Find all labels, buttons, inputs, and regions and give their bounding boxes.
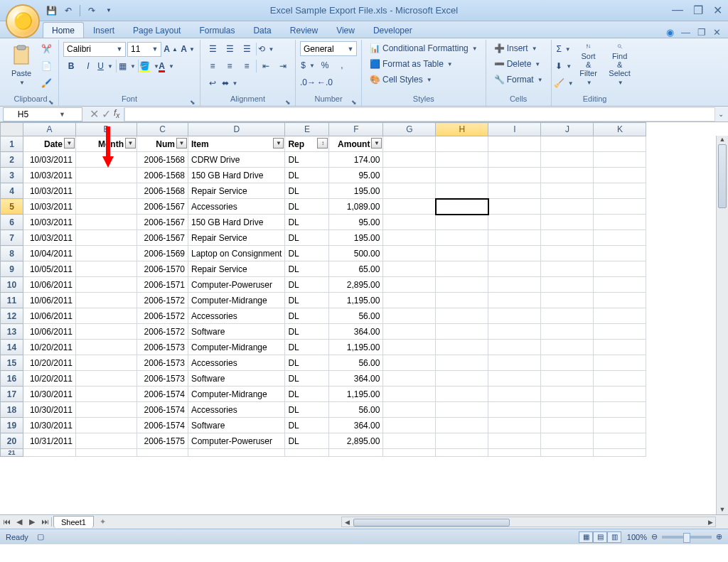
cell-K20[interactable] <box>594 433 646 449</box>
cell-K19[interactable] <box>594 418 646 433</box>
sheet-tab[interactable]: Sheet1 <box>53 516 94 528</box>
cell-D3[interactable]: 150 GB Hard Drive <box>188 168 285 183</box>
cell-J6[interactable] <box>541 215 594 230</box>
macro-record-icon[interactable]: ▢ <box>37 532 44 541</box>
cell-I16[interactable] <box>488 371 541 387</box>
cell-D16[interactable]: Software <box>188 371 285 387</box>
column-header-I[interactable]: I <box>488 123 541 136</box>
format-cells-button[interactable]: 🔧Format▼ <box>491 72 547 87</box>
scroll-thumb[interactable] <box>718 144 727 208</box>
cell-G20[interactable] <box>383 433 436 449</box>
cell-A11[interactable]: 10/06/2011 <box>23 293 76 308</box>
cell-E10[interactable]: DL <box>285 277 329 293</box>
cell-H6[interactable] <box>436 215 488 230</box>
column-header-J[interactable]: J <box>541 123 594 136</box>
find-select-button[interactable]: Find & Select▼ <box>606 41 634 88</box>
row-header-11[interactable]: 11 <box>1 293 23 308</box>
cell-H3[interactable] <box>436 168 488 183</box>
row-header-20[interactable]: 20 <box>1 433 23 449</box>
row-header-1[interactable]: 1 <box>1 136 23 152</box>
cell-D19[interactable]: Software <box>188 418 285 433</box>
row-header-7[interactable]: 7 <box>1 230 23 246</box>
cell-J14[interactable] <box>541 340 594 355</box>
cell-K4[interactable] <box>594 183 646 199</box>
cell-E18[interactable]: DL <box>285 402 329 418</box>
cell-J18[interactable] <box>541 402 594 418</box>
cell-I10[interactable] <box>488 277 541 293</box>
cell-E7[interactable]: DL <box>285 230 329 246</box>
cell-I11[interactable] <box>488 293 541 308</box>
align-right-button[interactable]: ≡ <box>239 58 255 74</box>
zoom-out-button[interactable]: ⊖ <box>651 532 658 541</box>
cell-A15[interactable]: 10/20/2011 <box>23 355 76 371</box>
merge-button[interactable]: ⬌▼ <box>222 75 237 91</box>
wrap-text-button[interactable]: ↩ <box>205 75 220 91</box>
font-launcher-icon[interactable]: ⬊ <box>190 99 196 106</box>
grow-font-button[interactable]: A▲ <box>163 41 178 57</box>
cell-F3[interactable]: 95.00 <box>329 168 383 183</box>
cell-D5[interactable]: Accessories <box>188 199 285 215</box>
row-header-21[interactable]: 21 <box>1 449 23 457</box>
cell-F9[interactable]: 65.00 <box>329 261 383 277</box>
vertical-scrollbar[interactable]: ▲ ▼ <box>716 136 728 514</box>
name-box[interactable]: H5▼ <box>3 107 82 121</box>
cell-B5[interactable] <box>76 199 137 215</box>
cell-C17[interactable]: 2006-1574 <box>137 387 188 402</box>
cell-H10[interactable] <box>436 277 488 293</box>
help-icon[interactable]: ◉ <box>666 27 674 38</box>
cell-G11[interactable] <box>383 293 436 308</box>
expand-formula-bar-icon[interactable]: ⌄ <box>718 110 724 118</box>
scroll-down-icon[interactable]: ▼ <box>717 506 728 514</box>
orientation-button[interactable]: ⟲▼ <box>258 41 274 57</box>
cell-A13[interactable]: 10/06/2011 <box>23 324 76 340</box>
comma-button[interactable]: , <box>334 58 350 73</box>
cell-G10[interactable] <box>383 277 436 293</box>
cell-C9[interactable]: 2006-1570 <box>137 261 188 277</box>
cell-D6[interactable]: 150 GB Hard Drive <box>188 215 285 230</box>
cell-E13[interactable]: DL <box>285 324 329 340</box>
cell-F8[interactable]: 500.00 <box>329 246 383 261</box>
cell-A6[interactable]: 10/03/2011 <box>23 215 76 230</box>
row-header-13[interactable]: 13 <box>1 324 23 340</box>
cell-J7[interactable] <box>541 230 594 246</box>
select-all-button[interactable] <box>1 123 23 136</box>
cell-H13[interactable] <box>436 324 488 340</box>
cell-H16[interactable] <box>436 371 488 387</box>
row-header-10[interactable]: 10 <box>1 277 23 293</box>
cell-J16[interactable] <box>541 371 594 387</box>
align-middle-button[interactable]: ☰ <box>222 41 237 57</box>
increase-indent-button[interactable]: ⇥ <box>275 58 291 74</box>
cell-H11[interactable] <box>436 293 488 308</box>
cell-A7[interactable]: 10/03/2011 <box>23 230 76 246</box>
cell-E5[interactable]: DL <box>285 199 329 215</box>
row-header-19[interactable]: 19 <box>1 418 23 433</box>
tab-page-layout[interactable]: Page Layout <box>124 22 190 38</box>
underline-button[interactable]: U▼ <box>97 58 113 74</box>
cell-K16[interactable] <box>594 371 646 387</box>
cell-K9[interactable] <box>594 261 646 277</box>
cell-I2[interactable] <box>488 152 541 168</box>
cell-C14[interactable]: 2006-1573 <box>137 340 188 355</box>
sort-filter-button[interactable]: AZ Sort & Filter▼ <box>574 41 603 88</box>
cell-F18[interactable]: 56.00 <box>329 402 383 418</box>
zoom-in-button[interactable]: ⊕ <box>716 532 722 541</box>
borders-button[interactable]: ▦▼ <box>119 58 135 74</box>
cell-F2[interactable]: 174.00 <box>329 152 383 168</box>
tab-developer[interactable]: Developer <box>364 22 422 38</box>
cell-G13[interactable] <box>383 324 436 340</box>
cell-H20[interactable] <box>436 433 488 449</box>
cell-H17[interactable] <box>436 387 488 402</box>
insert-cells-button[interactable]: ➕Insert▼ <box>491 41 541 55</box>
cell-K5[interactable] <box>594 199 646 215</box>
cell-A12[interactable]: 10/06/2011 <box>23 308 76 324</box>
cell-E6[interactable]: DL <box>285 215 329 230</box>
cell-K12[interactable] <box>594 308 646 324</box>
shrink-font-button[interactable]: A▼ <box>180 41 196 57</box>
cell-styles-button[interactable]: 🎨Cell Styles▼ <box>366 72 436 87</box>
cell-D20[interactable]: Computer-Poweruser <box>188 433 285 449</box>
cell-A2[interactable]: 10/03/2011 <box>23 152 76 168</box>
cell-D12[interactable]: Accessories <box>188 308 285 324</box>
cell-G14[interactable] <box>383 340 436 355</box>
cell-D13[interactable]: Software <box>188 324 285 340</box>
cell-A17[interactable]: 10/30/2011 <box>23 387 76 402</box>
